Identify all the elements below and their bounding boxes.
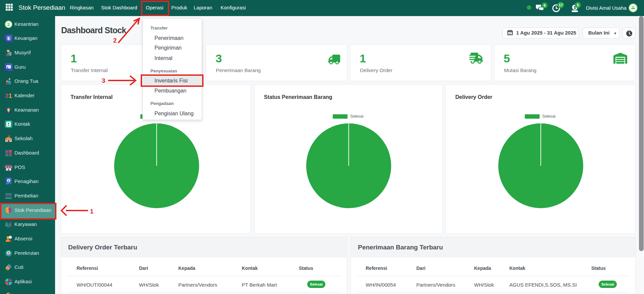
svg-text:$: $ [8, 179, 9, 183]
svg-text:3: 3 [5, 93, 8, 99]
svg-text:1: 1 [9, 93, 12, 99]
svg-text:$: $ [7, 36, 10, 41]
